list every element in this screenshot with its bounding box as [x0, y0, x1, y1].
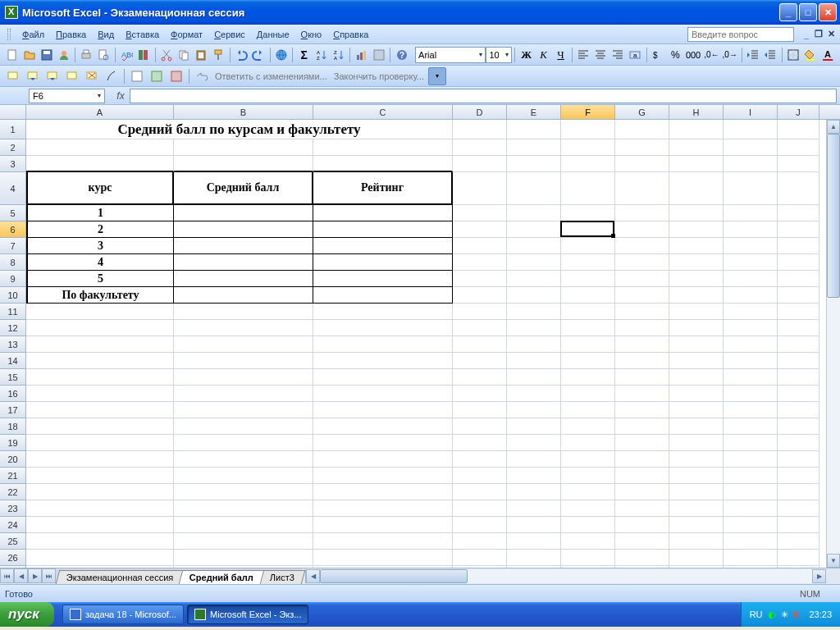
cell-I23[interactable] [724, 500, 778, 517]
column-header-E[interactable]: E [507, 105, 561, 119]
borders-button[interactable] [786, 46, 801, 64]
open-button[interactable] [21, 46, 37, 64]
cell-J19[interactable] [778, 435, 819, 451]
cell-C4[interactable]: Рейтинг [313, 172, 453, 205]
cell-F26[interactable] [561, 550, 615, 566]
cell-D15[interactable] [453, 369, 507, 386]
cell-E4[interactable] [507, 172, 561, 205]
cell-E21[interactable] [507, 468, 561, 484]
cell-A15[interactable] [26, 369, 174, 386]
cell-H6[interactable] [669, 221, 724, 238]
cell-A16[interactable] [26, 386, 174, 402]
hscroll-thumb[interactable] [320, 569, 468, 583]
cell-I18[interactable] [724, 418, 778, 435]
cell-C19[interactable] [313, 435, 453, 451]
cell-E13[interactable] [507, 336, 561, 353]
cell-C10[interactable] [313, 287, 453, 304]
cell-F7[interactable] [561, 238, 615, 254]
cell-D21[interactable] [453, 468, 507, 484]
cell-F14[interactable] [561, 353, 615, 369]
research-button[interactable] [136, 46, 152, 64]
cell-F9[interactable] [561, 271, 615, 287]
cell-A24[interactable] [26, 517, 174, 533]
cell-H24[interactable] [669, 517, 724, 533]
cell-J11[interactable] [778, 304, 819, 320]
cell-A23[interactable] [26, 500, 174, 517]
cell-H19[interactable] [669, 435, 724, 451]
cell-H15[interactable] [669, 369, 724, 386]
cell-E17[interactable] [507, 402, 561, 418]
cell-I26[interactable] [724, 550, 778, 566]
cell-G13[interactable] [615, 336, 669, 353]
row-header-13[interactable]: 13 [0, 336, 26, 353]
cell-J20[interactable] [778, 451, 819, 468]
cell-E23[interactable] [507, 500, 561, 517]
cell-G14[interactable] [615, 353, 669, 369]
cell-H13[interactable] [669, 336, 724, 353]
scroll-up-button[interactable]: ▲ [827, 120, 840, 134]
cell-C27[interactable] [313, 566, 453, 568]
cell-I4[interactable] [724, 172, 778, 205]
cell-H21[interactable] [669, 468, 724, 484]
review-reply-icon[interactable] [193, 67, 211, 85]
cell-C6[interactable] [313, 221, 453, 238]
review-reject-button[interactable] [167, 67, 185, 85]
row-header-24[interactable]: 24 [0, 517, 26, 533]
cell-J15[interactable] [778, 369, 819, 386]
cell-G17[interactable] [615, 402, 669, 418]
cell-B5[interactable] [174, 205, 313, 221]
menu-данные[interactable]: Данные [251, 27, 295, 42]
row-header-20[interactable]: 20 [0, 451, 26, 468]
cell-B19[interactable] [174, 435, 313, 451]
fill-color-button[interactable] [803, 46, 819, 64]
cell-G10[interactable] [615, 287, 669, 304]
cell-D11[interactable] [453, 304, 507, 320]
row-header-10[interactable]: 10 [0, 287, 26, 304]
cut-button[interactable] [159, 46, 175, 64]
cell-B21[interactable] [174, 468, 313, 484]
cell-E26[interactable] [507, 550, 561, 566]
cell-I22[interactable] [724, 484, 778, 500]
font-color-button[interactable]: A [820, 46, 836, 64]
cell-C14[interactable] [313, 353, 453, 369]
row-header-19[interactable]: 19 [0, 435, 26, 451]
row-header-1[interactable]: 1 [0, 120, 26, 139]
cell-A12[interactable] [26, 320, 174, 336]
review-toolbar-options-button[interactable]: ▾ [428, 67, 446, 85]
taskbar-item[interactable]: Microsoft Excel - Экз... [187, 605, 308, 624]
row-header-6[interactable]: 6 [0, 221, 26, 238]
row-header-21[interactable]: 21 [0, 468, 26, 484]
cell-J17[interactable] [778, 402, 819, 418]
cell-D18[interactable] [453, 418, 507, 435]
cell-E16[interactable] [507, 386, 561, 402]
cell-E9[interactable] [507, 271, 561, 287]
cell-D7[interactable] [453, 238, 507, 254]
cell-D1[interactable] [453, 120, 507, 139]
bold-button[interactable]: Ж [518, 46, 534, 64]
cell-F6[interactable] [561, 221, 615, 238]
cell-D19[interactable] [453, 435, 507, 451]
review-ink-button[interactable] [103, 67, 121, 85]
cell-D9[interactable] [453, 271, 507, 287]
cell-B11[interactable] [174, 304, 313, 320]
font-size-dropdown[interactable]: 10▾ [486, 47, 512, 63]
cell-G12[interactable] [615, 320, 669, 336]
cell-C17[interactable] [313, 402, 453, 418]
review-next-button[interactable] [43, 67, 62, 85]
cell-G9[interactable] [615, 271, 669, 287]
cell-G15[interactable] [615, 369, 669, 386]
cell-H8[interactable] [669, 254, 724, 271]
cell-E22[interactable] [507, 484, 561, 500]
format-painter-button[interactable] [211, 46, 226, 64]
cell-G23[interactable] [615, 500, 669, 517]
cell-D20[interactable] [453, 451, 507, 468]
tray-lang[interactable]: RU [750, 609, 763, 619]
cell-A14[interactable] [26, 353, 174, 369]
cell-A27[interactable] [26, 566, 174, 568]
menu-справка[interactable]: Справка [327, 27, 374, 42]
cell-F18[interactable] [561, 418, 615, 435]
cell-D24[interactable] [453, 517, 507, 533]
cell-B6[interactable] [174, 221, 313, 238]
cell-C15[interactable] [313, 369, 453, 386]
spelling-button[interactable]: ABC [119, 46, 135, 64]
